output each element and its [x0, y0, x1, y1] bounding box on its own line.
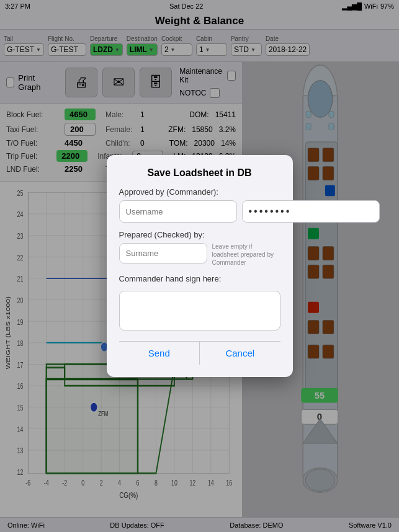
send-button[interactable]: Send	[119, 342, 200, 365]
password-input[interactable]	[242, 200, 380, 223]
approved-by-row	[119, 200, 280, 223]
approved-by-label: Approved by (Commander):	[119, 187, 280, 197]
surname-input[interactable]	[119, 243, 207, 264]
modal-title: Save Loadsheet in DB	[119, 167, 280, 179]
commander-sign-label: Commander hand sign here:	[119, 274, 280, 283]
modal-buttons: Send Cancel	[119, 341, 280, 365]
commander-sign-area[interactable]	[119, 291, 280, 330]
prepared-by-label: Prepared (Checked) by:	[119, 230, 207, 239]
modal-note: Leave empty if loadsheet prepared by Com…	[212, 242, 280, 267]
modal-overlay: Save Loadsheet in DB Approved by (Comman…	[0, 0, 399, 532]
save-loadsheet-modal: Save Loadsheet in DB Approved by (Comman…	[107, 155, 293, 377]
cancel-button[interactable]: Cancel	[200, 342, 280, 365]
username-input[interactable]	[119, 200, 237, 223]
